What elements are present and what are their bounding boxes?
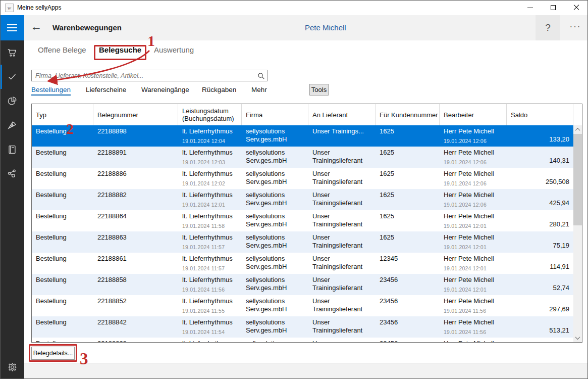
cell-firma: sellysolutions Serv.ges.mbH	[242, 295, 308, 316]
main-content: Offene Belege Belegsuche Auswertung Best…	[24, 40, 588, 363]
cell-firma: sellysolutions Serv.ges.mbH	[242, 253, 308, 274]
table-row[interactable]: Bestellung 22188864 lt. Lieferrhythmus19…	[32, 210, 573, 231]
help-button[interactable]: ?	[536, 15, 560, 40]
cell-belegnummer: 22188886	[93, 168, 178, 189]
vertical-scrollbar[interactable]	[573, 125, 582, 342]
column-header-leistungsdatum[interactable]: Leistungsdatum(Buchungsdatum)	[178, 104, 242, 125]
scroll-up-button[interactable]	[573, 125, 582, 134]
pie-chart-icon	[7, 96, 18, 107]
filter-mehr[interactable]: Mehr	[251, 86, 267, 93]
cell-kundennummer: 23456	[376, 316, 440, 338]
cell-bearbeiter: Herr Pete Michell19.01.2024 12:06	[440, 168, 507, 189]
table-row[interactable]: Bestellung 22188891 lt. Lieferrhythmus19…	[32, 147, 573, 168]
hamburger-menu-button[interactable]	[0, 15, 24, 40]
filter-bestellungen[interactable]: Bestellungen	[31, 86, 71, 96]
belegdetails-button[interactable]: Belegdetails...	[31, 347, 75, 360]
column-header-belegnummer[interactable]: Belegnummer	[93, 104, 178, 125]
cell-typ: Bestellung	[32, 210, 93, 231]
cell-lieferant: Unser Trainingslieferant	[308, 253, 376, 274]
table-row[interactable]: Bestellung 22188852 lt. Lieferrhythmus19…	[32, 295, 573, 316]
filter-wareneingaenge[interactable]: Wareneingänge	[141, 86, 189, 93]
table-row[interactable]: Bestellung 22188861 lt. Lieferrhythmus19…	[32, 253, 573, 274]
more-options-button[interactable]: ···	[563, 15, 587, 40]
cell-typ: Bestellung	[32, 125, 93, 147]
chevron-down-icon	[575, 335, 580, 340]
close-button[interactable]	[565, 0, 588, 15]
cell-leistungsdatum: lt. Lieferrhythmus19.01.2024 11:57	[178, 231, 242, 253]
back-button[interactable]: ←	[30, 20, 42, 33]
column-header-kundennummer[interactable]: Für Kundennummer	[376, 104, 440, 125]
page-title: Warenbewegungen	[52, 15, 122, 40]
table-body: Bestellung 22188898 lt. Lieferrhythmus19…	[32, 125, 573, 342]
sidebar-item-settings[interactable]	[0, 356, 24, 378]
column-header-firma[interactable]: Firma	[242, 104, 308, 125]
cell-leistungsdatum: lt. Lieferrhythmus	[178, 338, 242, 342]
table-row[interactable]: Bestellung 22188842 lt. Lieferrhythmus19…	[32, 316, 573, 338]
table-row[interactable]: Bestellung 22188882 lt. Lieferrhythmus19…	[32, 189, 573, 210]
cell-saldo	[507, 338, 573, 342]
titlebar: w Meine sellyApps	[0, 0, 588, 15]
tools-button[interactable]: Tools	[309, 84, 329, 96]
scroll-down-button[interactable]	[573, 334, 582, 342]
cell-bearbeiter: Herr Pete Michell19.01.2024 12:06	[440, 189, 507, 210]
cell-firma: sellysolutions Serv.ges.mbH	[242, 274, 308, 295]
cell-saldo: 425,94	[507, 189, 573, 210]
cell-saldo: 280,21	[507, 210, 573, 231]
filter-lieferscheine[interactable]: Lieferscheine	[86, 86, 126, 93]
table-row[interactable]: Bestellung 22188898 lt. Lieferrhythmus19…	[32, 125, 573, 147]
column-header-typ[interactable]: Typ	[32, 104, 93, 125]
search-icon[interactable]	[257, 72, 265, 82]
book-icon	[7, 144, 18, 155]
column-header-saldo[interactable]: Saldo	[507, 104, 573, 125]
cell-kundennummer: 1625	[376, 189, 440, 210]
cell-saldo: 75,19	[507, 231, 573, 253]
cell-leistungsdatum: lt. Lieferrhythmus19.01.2024 12:04	[178, 125, 242, 147]
cell-lieferant: Unser Trainingslieferant	[308, 168, 376, 189]
cell-typ: Bestellung	[32, 274, 93, 295]
table-row[interactable]: Bestellung 22188863 lt. Lieferrhythmus19…	[32, 231, 573, 253]
share-network-icon	[7, 168, 18, 179]
sidebar-item-documents[interactable]	[0, 65, 24, 89]
sidebar-item-network[interactable]	[0, 162, 24, 186]
search-input[interactable]	[34, 70, 254, 81]
scrollbar-thumb[interactable]	[573, 134, 582, 225]
cell-lieferant: Unser Trainingslieferant	[308, 231, 376, 253]
cell-leistungsdatum: lt. Lieferrhythmus19.01.2024 11:56	[178, 274, 242, 295]
cell-lieferant: Unser Trainingslieferant	[308, 147, 376, 168]
cell-leistungsdatum: lt. Lieferrhythmus19.01.2024 11:55	[178, 295, 242, 316]
sidebar-item-cart[interactable]	[0, 40, 24, 65]
tab-belegsuche[interactable]: Belegsuche	[99, 45, 141, 54]
cell-saldo: 297,69	[507, 295, 573, 316]
minimize-button[interactable]	[518, 0, 542, 15]
cell-belegnummer: 22188864	[93, 210, 178, 231]
checkmark-icon	[7, 71, 18, 82]
cell-typ: Bestellung	[32, 231, 93, 253]
user-name[interactable]: Pete Michell	[305, 15, 346, 40]
column-header-bearbeiter[interactable]: Bearbeiter	[440, 104, 507, 125]
sidebar-item-statistics[interactable]	[0, 89, 24, 113]
cell-typ: Bestellung	[32, 295, 93, 316]
sidebar-item-articles[interactable]	[0, 113, 24, 137]
cell-kundennummer: 23456	[376, 274, 440, 295]
sidebar-item-catalog[interactable]	[0, 137, 24, 162]
cell-saldo: 114,91	[507, 253, 573, 274]
cell-kundennummer: 23456	[376, 338, 440, 342]
search-box	[31, 70, 268, 81]
cell-bearbeiter: Herr Pete Michell19.01.2024 12:01	[440, 274, 507, 295]
cell-typ: Bestellung	[32, 316, 93, 338]
cell-bearbeiter: Herr Pete Michell19.01.2024 12:06	[440, 125, 507, 147]
table-row[interactable]: Bestellung 22188838 lt. Lieferrhythmus s…	[32, 338, 573, 342]
maximize-icon	[551, 5, 556, 10]
cell-lieferant: Unser Trainingslieferant	[308, 274, 376, 295]
cell-belegnummer: 22188891	[93, 147, 178, 168]
filter-rueckgaben[interactable]: Rückgaben	[202, 86, 236, 93]
cell-lieferant: Unser Trainingslieferant	[308, 210, 376, 231]
table-row[interactable]: Bestellung 22188858 lt. Lieferrhythmus19…	[32, 274, 573, 295]
cell-bearbeiter: Herr Pete Michell19.01.2024 12:06	[440, 147, 507, 168]
column-header-an-lieferant[interactable]: An Lieferant	[308, 104, 376, 125]
table-row[interactable]: Bestellung 22188886 lt. Lieferrhythmus19…	[32, 168, 573, 189]
cell-saldo: 140,31	[507, 147, 573, 168]
maximize-button[interactable]	[542, 0, 565, 15]
tab-auswertung[interactable]: Auswertung	[154, 45, 194, 54]
tab-offene-belege[interactable]: Offene Belege	[38, 45, 86, 54]
